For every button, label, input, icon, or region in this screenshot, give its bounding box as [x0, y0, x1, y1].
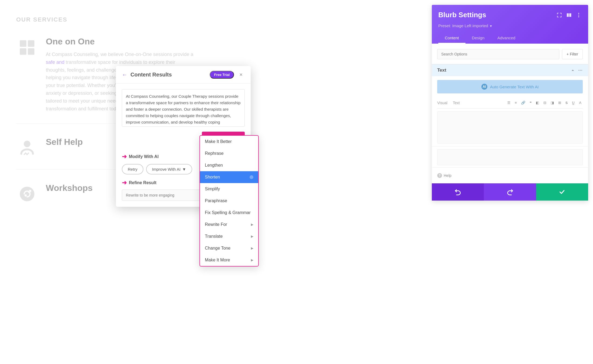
underline-icon[interactable]: U̲	[571, 100, 576, 106]
dropdown-item-fix-spelling[interactable]: Fix Spelling & Grammar	[200, 207, 258, 219]
back-arrow-icon[interactable]: ←	[122, 72, 127, 78]
text-label[interactable]: Text	[453, 101, 460, 105]
filter-button[interactable]: + Filter	[562, 49, 583, 59]
dropdown-item-paraphrase[interactable]: Paraphrase	[200, 195, 258, 207]
chevron-up-icon[interactable]	[570, 68, 575, 73]
dropdown-item-make-it-better[interactable]: Make It Better	[200, 136, 258, 148]
self-help-icon	[16, 137, 38, 159]
auto-generate-ai-button[interactable]: AI Auto Generate Text With AI	[437, 80, 583, 93]
tab-content[interactable]: Content	[438, 33, 466, 44]
toolbar-icons: ☰ ≡ 🔗 ❝ ◧ ⊟ ◨ ⊞ S̶ U̲ A	[506, 100, 583, 106]
panel-title: Blurb Settings	[438, 11, 486, 19]
svg-rect-1	[28, 40, 34, 47]
ai-icon: AI	[481, 84, 487, 90]
svg-point-11	[581, 70, 582, 71]
modal-title-area: ← Content Results	[122, 72, 172, 78]
modal-header-actions: Free Trial ×	[210, 71, 245, 79]
fullscreen-icon[interactable]	[556, 12, 562, 18]
redo-icon	[506, 188, 513, 195]
result-textarea[interactable]: At Compass Counseling, our Couple Therap…	[122, 89, 245, 127]
dropdown-item-simplify[interactable]: Simplify	[200, 183, 258, 195]
help-button[interactable]: ? Help	[432, 168, 457, 183]
quote-icon[interactable]: ❝	[528, 100, 533, 106]
svg-rect-0	[20, 40, 26, 47]
help-icon: ?	[437, 173, 442, 178]
svg-point-6	[578, 13, 579, 14]
dropdown-item-label: Make It Better	[205, 139, 232, 144]
services-label: OUR SERVICES	[16, 16, 194, 23]
redo-button[interactable]	[484, 183, 536, 201]
svg-point-9	[578, 70, 579, 71]
dropdown-item-label: Lengthen	[205, 163, 223, 168]
svg-point-5	[25, 194, 27, 197]
panel-header-icons	[556, 12, 582, 18]
more-icon[interactable]	[576, 12, 582, 18]
dropdown-item-label: Paraphrase	[205, 198, 227, 203]
dropdown-item-shorten[interactable]: Shorten	[200, 171, 258, 183]
dropdown-item-label: Change Tone	[205, 246, 230, 251]
search-input[interactable]	[437, 49, 559, 59]
section-more-icon[interactable]	[578, 68, 583, 73]
text-color-icon[interactable]: A	[578, 100, 583, 106]
panel-header: Blurb Settings Preset: Image Left import…	[432, 5, 588, 44]
dropdown-item-rephrase[interactable]: Rephrase	[200, 148, 258, 159]
confirm-button[interactable]	[536, 183, 588, 201]
workshops-title: Workshops	[46, 183, 93, 193]
improve-with-ai-button[interactable]: Improve With AI ▼	[146, 164, 192, 174]
visual-label[interactable]: Visual	[437, 101, 447, 105]
pink-arrow-icon: ➜	[122, 153, 127, 160]
dropdown-item-rewrite-for[interactable]: Rewrite For ▶	[200, 219, 258, 230]
dropdown-item-change-tone[interactable]: Change Tone ▶	[200, 242, 258, 254]
retry-button[interactable]: Retry	[122, 164, 143, 174]
align-right-icon[interactable]: ◨	[549, 100, 555, 106]
align-left-icon[interactable]: ◧	[535, 100, 540, 106]
text-section-label: Text	[437, 68, 446, 73]
dropdown-item-translate[interactable]: Translate ▶	[200, 230, 258, 242]
bullet-list-icon[interactable]: ☰	[506, 100, 512, 106]
columns-icon[interactable]	[566, 12, 572, 18]
align-center-icon[interactable]: ⊟	[542, 100, 548, 106]
submenu-arrow-icon: ▶	[251, 223, 253, 226]
one-on-one-icon	[16, 37, 38, 58]
one-on-one-title: One on One	[46, 37, 194, 47]
free-trial-badge[interactable]: Free Trial	[210, 71, 234, 79]
tab-design[interactable]: Design	[466, 33, 491, 44]
improve-with-ai-dropdown: Make It Better Rephrase Lengthen Shorten…	[199, 135, 259, 267]
refine-result-label: Refine Result	[129, 180, 156, 185]
dropdown-item-label: Shorten	[205, 175, 220, 180]
checkmark-icon	[558, 188, 566, 195]
tab-advanced[interactable]: Advanced	[491, 33, 522, 44]
text-section-row: Text	[432, 64, 588, 76]
svg-rect-3	[28, 48, 34, 55]
dropdown-item-label: Fix Spelling & Grammar	[205, 210, 251, 215]
svg-point-8	[578, 16, 579, 17]
improve-label: Improve With AI	[152, 167, 181, 172]
dropdown-item-label: Rephrase	[205, 151, 223, 156]
self-help-title: Self Help	[46, 137, 83, 147]
panel-tabs: Content Design Advanced	[438, 33, 582, 44]
workshops-text: Workshops	[46, 183, 93, 197]
ai-button-label: Auto Generate Text With AI	[490, 85, 539, 89]
dropdown-item-label: Simplify	[205, 187, 220, 191]
bottom-bar	[432, 183, 588, 201]
svg-point-7	[578, 15, 579, 16]
dropdown-item-label: Rewrite For	[205, 222, 227, 227]
dropdown-item-make-it-more[interactable]: Make It More ▶	[200, 254, 258, 266]
close-button[interactable]: ×	[237, 71, 245, 79]
dropdown-item-lengthen[interactable]: Lengthen	[200, 159, 258, 171]
chevron-down-icon: ▼	[182, 167, 186, 172]
cursor-indicator	[250, 175, 253, 179]
modify-with-ai-label: Modify With AI	[129, 154, 158, 159]
undo-button[interactable]	[432, 183, 484, 201]
link-icon[interactable]: 🔗	[520, 100, 527, 106]
panel-body: + Filter Text AI Auto Generate Text With…	[432, 44, 588, 201]
section-icons	[570, 68, 583, 73]
help-label: Help	[444, 173, 451, 178]
table-icon[interactable]: ⊞	[557, 100, 563, 106]
modal-title: Content Results	[130, 72, 172, 78]
self-help-text: Self Help	[46, 137, 83, 151]
numbered-list-icon[interactable]: ≡	[513, 100, 518, 106]
submenu-arrow-icon: ▶	[251, 234, 253, 238]
strikethrough-icon[interactable]: S̶	[564, 100, 569, 106]
panel-header-top: Blurb Settings	[438, 11, 582, 19]
